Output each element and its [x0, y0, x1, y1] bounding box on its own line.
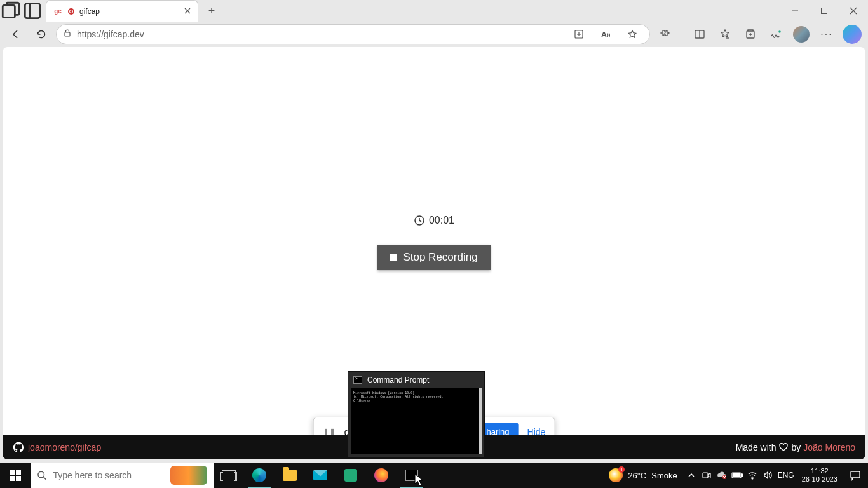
- weather-badge: 1: [618, 466, 625, 473]
- taskbar-app-explorer[interactable]: [275, 463, 305, 488]
- search-input[interactable]: [53, 470, 164, 480]
- battery-icon[interactable]: [729, 463, 745, 488]
- svg-line-19: [44, 477, 46, 480]
- search-icon: [37, 470, 46, 480]
- timer-value: 00:01: [429, 215, 454, 226]
- svg-rect-9: [65, 32, 70, 36]
- mail-icon: [313, 470, 327, 480]
- stop-label: Stop Recording: [403, 251, 477, 264]
- github-icon: [13, 442, 24, 453]
- tray-overflow-icon[interactable]: [684, 463, 699, 488]
- svg-rect-26: [733, 474, 740, 477]
- repo-link[interactable]: joaomoreno/gifcap: [28, 442, 101, 452]
- cmd-icon: [353, 376, 362, 384]
- svg-rect-0: [3, 6, 15, 18]
- close-tab-icon[interactable]: [184, 6, 191, 17]
- lock-icon: [63, 29, 72, 40]
- window-minimize-button[interactable]: [780, 0, 810, 22]
- volume-icon[interactable]: [760, 463, 775, 488]
- weather-widget[interactable]: 1 26°C Smoke: [602, 468, 684, 482]
- taskbar-app-mail[interactable]: [305, 463, 336, 488]
- edge-icon: [252, 468, 266, 482]
- svg-rect-28: [851, 471, 860, 478]
- browser-tab-strip: gc gifcap +: [0, 0, 868, 22]
- svg-rect-25: [741, 474, 742, 477]
- refresh-button[interactable]: [31, 24, 52, 45]
- taskbar-app-firefox[interactable]: [366, 463, 397, 488]
- onedrive-icon[interactable]: [714, 463, 729, 488]
- language-indicator[interactable]: ENG: [775, 463, 797, 488]
- taskbar-preview-cmd[interactable]: Command Prompt Microsoft Windows [Versio…: [348, 371, 485, 458]
- taskbar-clock[interactable]: 11:32 26-10-2023: [797, 467, 843, 484]
- tab-favicon: gc: [53, 6, 63, 17]
- svg-rect-1: [25, 3, 39, 18]
- back-button[interactable]: [5, 24, 27, 45]
- clock-icon: [414, 215, 425, 226]
- app-install-icon[interactable]: [568, 24, 590, 45]
- taskbar-app-store[interactable]: [336, 463, 366, 488]
- vertical-tabs-icon[interactable]: [22, 0, 43, 22]
- split-screen-icon[interactable]: [689, 24, 710, 45]
- system-tray: 1 26°C Smoke ENG 11:32 26-10-2023: [602, 463, 868, 488]
- profile-avatar[interactable]: [790, 24, 812, 45]
- task-view-icon: [222, 470, 236, 480]
- firefox-icon: [374, 468, 388, 482]
- collections-icon[interactable]: [740, 24, 761, 45]
- copilot-icon[interactable]: [841, 24, 863, 45]
- svg-point-18: [38, 471, 44, 478]
- task-view-button[interactable]: [214, 463, 244, 488]
- taskbar-app-edge[interactable]: [244, 463, 275, 488]
- action-center-icon[interactable]: [843, 463, 868, 488]
- extensions-icon[interactable]: [654, 24, 675, 45]
- mouse-cursor-icon: [414, 473, 423, 486]
- cmd-preview-title: Command Prompt: [367, 376, 429, 384]
- more-menu-icon[interactable]: ···: [816, 24, 837, 45]
- made-with-text: Made with: [736, 442, 776, 452]
- address-bar[interactable]: https://gifcap.dev A)): [56, 24, 650, 44]
- weather-cond: Smoke: [651, 471, 677, 480]
- meet-now-icon[interactable]: [699, 463, 714, 488]
- author-link[interactable]: João Moreno: [803, 442, 855, 452]
- svg-point-27: [752, 478, 753, 479]
- window-maximize-button[interactable]: [810, 0, 839, 22]
- browser-toolbar: https://gifcap.dev A)) ···: [0, 22, 868, 47]
- heart-icon: [778, 442, 789, 452]
- browser-tab[interactable]: gc gifcap: [46, 0, 198, 22]
- recording-timer: 00:01: [407, 212, 461, 229]
- weather-icon: 1: [609, 468, 623, 482]
- cmd-preview-body: Microsoft Windows [Version 10.0] (c) Mic…: [351, 388, 482, 454]
- windows-logo-icon: [10, 470, 21, 481]
- favorite-star-icon[interactable]: [621, 24, 643, 45]
- svg-point-16: [778, 30, 781, 33]
- wifi-icon[interactable]: [745, 463, 760, 488]
- cmd-line: C:\Users>: [353, 398, 477, 402]
- tab-title: gifcap: [79, 7, 179, 16]
- performance-icon[interactable]: [765, 24, 787, 45]
- folder-icon: [283, 470, 297, 481]
- tab-actions-icon[interactable]: [0, 0, 22, 22]
- recording-indicator-icon: [68, 8, 74, 15]
- read-aloud-icon[interactable]: A)): [595, 24, 616, 45]
- start-button[interactable]: [0, 463, 31, 488]
- url-text: https://gifcap.dev: [77, 29, 563, 39]
- weather-temp: 26°C: [628, 471, 646, 480]
- toolbar-divider: [682, 27, 682, 41]
- favorites-icon[interactable]: [714, 24, 736, 45]
- windows-taskbar: 1 26°C Smoke ENG 11:32 26-10-2023: [0, 463, 868, 488]
- stop-recording-button[interactable]: Stop Recording: [377, 245, 490, 270]
- clock-date: 26-10-2023: [802, 475, 837, 484]
- svg-rect-20: [703, 473, 708, 478]
- new-tab-button[interactable]: +: [201, 2, 222, 20]
- by-text: by: [791, 442, 801, 452]
- taskbar-search[interactable]: [31, 463, 214, 488]
- search-highlight-art: [170, 466, 207, 485]
- stop-icon: [390, 254, 397, 261]
- svg-rect-6: [822, 8, 827, 14]
- clock-time: 11:32: [802, 467, 837, 475]
- window-close-button[interactable]: [839, 0, 868, 22]
- store-icon: [344, 469, 357, 482]
